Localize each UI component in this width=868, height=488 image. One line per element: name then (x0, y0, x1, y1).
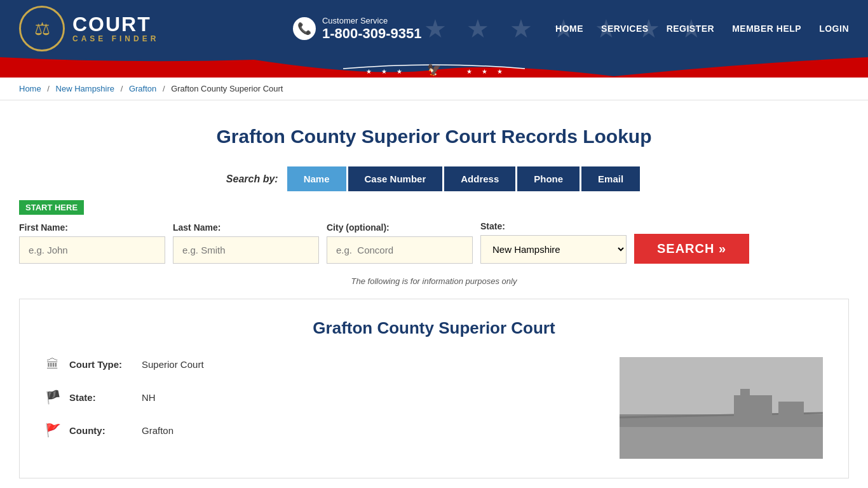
logo-text: COURT CASE FINDER (72, 14, 159, 43)
phone-text: Customer Service 1-800-309-9351 (322, 16, 422, 42)
county-label: County: (69, 425, 133, 436)
phone-label: Customer Service (322, 16, 422, 25)
ribbon-area: 🦅 ★ ★ ★ ★ ★ ★ (0, 57, 868, 78)
breadcrumb-current: Grafton County Superior Court (171, 84, 283, 93)
logo-title: COURT (72, 14, 159, 34)
main-content: Grafton County Superior Court Records Lo… (0, 100, 868, 488)
city-group: City (optional): (327, 222, 473, 264)
county-icon: 🚩 (45, 423, 60, 438)
state-detail-label: State: (69, 392, 133, 403)
court-type-label: Court Type: (69, 359, 133, 370)
search-form-row: First Name: Last Name: City (optional): … (19, 221, 849, 264)
last-name-label: Last Name: (173, 222, 319, 233)
state-group: State: New Hampshire Vermont Maine Massa… (480, 221, 627, 264)
state-label: State: (480, 221, 627, 231)
court-card-content: 🏛 Court Type: Superior Court 🏴 State: NH… (45, 357, 823, 459)
tab-name[interactable]: Name (287, 166, 346, 191)
nav-services[interactable]: SERVICES (601, 24, 649, 34)
tab-case-number[interactable]: Case Number (348, 166, 443, 191)
main-nav: HOME SERVICES REGISTER MEMBER HELP LOGIN (555, 24, 849, 34)
svg-text:★: ★ (366, 68, 372, 75)
nav-member-help[interactable]: MEMBER HELP (732, 24, 801, 34)
court-card-title: Grafton County Superior Court (45, 318, 823, 338)
state-detail-value: NH (142, 392, 156, 403)
city-input[interactable] (327, 236, 473, 264)
logo-area: ⚖ COURT CASE FINDER (19, 6, 159, 51)
last-name-input[interactable] (173, 236, 319, 264)
svg-text:★: ★ (497, 68, 503, 75)
last-name-group: Last Name: (173, 222, 319, 264)
svg-text:★: ★ (397, 68, 402, 75)
ribbon-svg: 🦅 ★ ★ ★ ★ ★ ★ (0, 57, 868, 78)
svg-text:★: ★ (482, 68, 487, 75)
svg-rect-14 (740, 389, 750, 398)
county-row: 🚩 County: Grafton (45, 423, 594, 438)
search-by-label: Search by: (226, 173, 278, 185)
logo-subtitle: CASE FINDER (72, 34, 159, 43)
breadcrumb-county[interactable]: Grafton (129, 84, 156, 93)
nav-register[interactable]: REGISTER (667, 24, 715, 34)
court-type-row: 🏛 Court Type: Superior Court (45, 357, 594, 372)
svg-rect-15 (778, 402, 804, 417)
breadcrumb-home[interactable]: Home (19, 84, 41, 93)
site-header: ★ ★ ★ ★ ★ ★ ★ ⚖ COURT CASE FINDER 📞 Cust… (0, 0, 868, 57)
breadcrumb-sep-1: / (47, 84, 50, 93)
first-name-input[interactable] (19, 236, 165, 264)
tab-phone[interactable]: Phone (517, 166, 580, 191)
breadcrumb-sep-3: / (163, 84, 165, 93)
court-type-icon: 🏛 (45, 357, 60, 372)
breadcrumb-sep-2: / (121, 84, 123, 93)
search-section: Search by: Name Case Number Address Phon… (19, 166, 849, 264)
svg-text:★: ★ (381, 68, 387, 75)
first-name-label: First Name: (19, 222, 165, 233)
first-name-group: First Name: (19, 222, 165, 264)
svg-text:★: ★ (466, 68, 472, 75)
svg-rect-10 (620, 427, 823, 459)
state-icon: 🏴 (45, 390, 60, 405)
state-row: 🏴 State: NH (45, 390, 594, 405)
info-note: The following is for information purpose… (19, 276, 849, 286)
city-label: City (optional): (327, 222, 473, 233)
search-button[interactable]: SEARCH » (634, 234, 749, 264)
phone-icon: 📞 (293, 17, 316, 40)
state-select[interactable]: New Hampshire Vermont Maine Massachusett… (480, 235, 627, 264)
court-details: 🏛 Court Type: Superior Court 🏴 State: NH… (45, 357, 594, 459)
court-image (620, 357, 823, 459)
court-type-value: Superior Court (142, 359, 204, 370)
breadcrumb: Home / New Hampshire / Grafton / Grafton… (0, 78, 868, 100)
court-image-svg (620, 357, 823, 459)
start-here-badge: START HERE (19, 200, 84, 215)
phone-number: 1-800-309-9351 (322, 25, 422, 42)
nav-home[interactable]: HOME (555, 24, 583, 34)
nav-login[interactable]: LOGIN (819, 24, 849, 34)
svg-text:🦅: 🦅 (427, 63, 442, 77)
search-by-row: Search by: Name Case Number Address Phon… (19, 166, 849, 191)
logo-icon: ⚖ (19, 6, 65, 51)
svg-rect-13 (734, 395, 772, 417)
breadcrumb-state[interactable]: New Hampshire (56, 84, 114, 93)
county-value: Grafton (142, 425, 173, 436)
phone-area: 📞 Customer Service 1-800-309-9351 (293, 16, 422, 42)
court-card: Grafton County Superior Court 🏛 Court Ty… (19, 299, 849, 478)
page-title: Grafton County Superior Court Records Lo… (19, 126, 849, 147)
tab-email[interactable]: Email (581, 166, 640, 191)
tab-address[interactable]: Address (444, 166, 515, 191)
